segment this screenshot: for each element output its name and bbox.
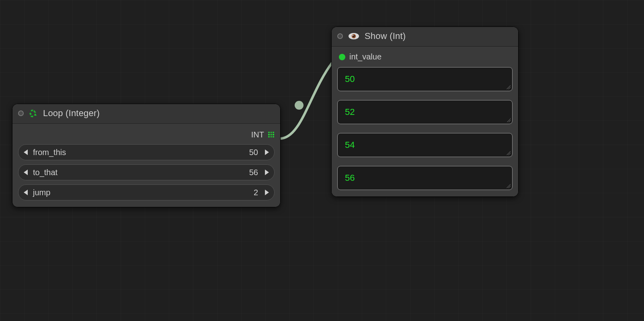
stepper-increment[interactable] [262, 166, 272, 179]
stepper-label: jump [31, 188, 250, 197]
output-value-box[interactable]: 50 [337, 67, 513, 91]
stepper-label: to_that [31, 168, 245, 177]
input-port-int-value[interactable]: int_value [337, 51, 513, 67]
output-label: INT [251, 130, 264, 139]
stepper-jump[interactable]: jump 2 [18, 184, 275, 200]
stepper-value[interactable]: 2 [250, 188, 262, 197]
node-show-int[interactable]: Show (Int) int_value 50 52 54 56 [331, 27, 519, 197]
node-status-dot [18, 110, 24, 116]
node-title: Loop (Integer) [43, 108, 100, 119]
output-value-box[interactable]: 52 [337, 100, 513, 124]
stepper-value[interactable]: 50 [245, 148, 262, 157]
stepper-increment[interactable] [262, 186, 272, 199]
stepper-to-that[interactable]: to_that 56 [18, 164, 275, 180]
input-port-dot [339, 54, 345, 60]
output-port-int[interactable]: INT [18, 128, 275, 144]
output-value-box[interactable]: 54 [337, 133, 513, 157]
output-port-icon [268, 132, 275, 138]
stepper-label: from_this [31, 148, 245, 157]
input-label: int_value [349, 52, 381, 61]
stepper-decrement[interactable] [21, 166, 31, 179]
node-header[interactable]: Loop (Integer) [12, 104, 280, 124]
node-loop-integer[interactable]: Loop (Integer) INT from_this 50 to_that … [12, 104, 281, 207]
stepper-from-this[interactable]: from_this 50 [18, 144, 275, 160]
svg-point-3 [353, 35, 353, 36]
node-body: INT from_this 50 to_that 56 jump 2 [12, 124, 280, 207]
stepper-decrement[interactable] [21, 186, 31, 199]
node-status-dot [337, 33, 343, 39]
node-header[interactable]: Show (Int) [332, 27, 518, 47]
stepper-increment[interactable] [262, 146, 272, 159]
recycle-icon [29, 108, 38, 118]
node-title: Show (Int) [365, 31, 406, 41]
stepper-decrement[interactable] [21, 146, 31, 159]
stepper-value[interactable]: 56 [245, 168, 262, 177]
output-value-box[interactable]: 56 [337, 166, 513, 190]
node-body: int_value 50 52 54 56 [332, 47, 518, 196]
eye-icon [348, 32, 360, 40]
